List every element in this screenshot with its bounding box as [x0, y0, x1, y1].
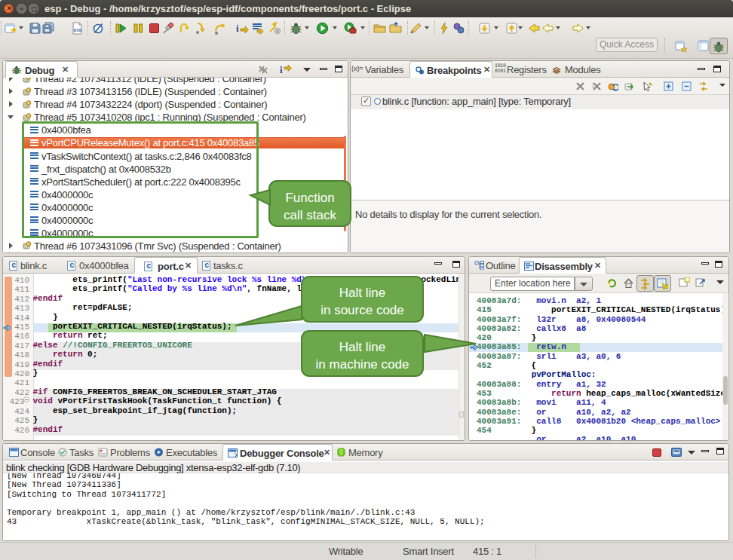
svg-text:i: i [280, 64, 283, 75]
svg-text:010: 010 [73, 28, 81, 33]
svg-text:i: i [236, 23, 239, 34]
